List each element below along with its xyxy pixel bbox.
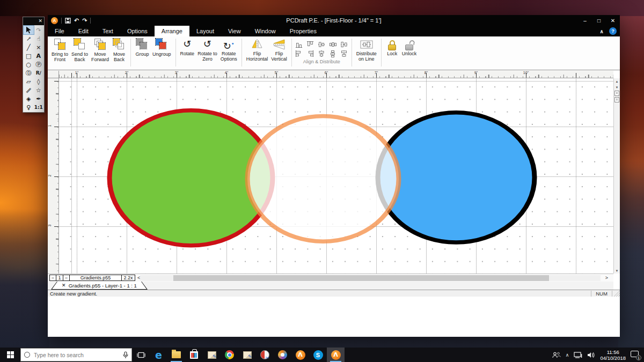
- taskbar-pcdraft[interactable]: Λ: [291, 348, 309, 362]
- tool-text[interactable]: A: [34, 51, 44, 60]
- tool-rotate[interactable]: ↷: [34, 26, 44, 34]
- move-forward-button[interactable]: MoveForward: [90, 38, 111, 63]
- menu-window[interactable]: Window: [248, 26, 283, 36]
- taskbar-pcdraft-active[interactable]: Λ: [327, 348, 345, 362]
- action-center-button[interactable]: 1: [631, 351, 640, 359]
- drawing-canvas[interactable]: [59, 78, 613, 274]
- tool-rotated-rect[interactable]: R∕: [34, 69, 44, 77]
- page-name[interactable]: Gradients.p55: [69, 275, 122, 281]
- menu-edit[interactable]: Edit: [71, 26, 96, 36]
- close-button[interactable]: ✕: [606, 15, 620, 26]
- tool-lamp[interactable]: ♀: [24, 103, 34, 112]
- tray-clock[interactable]: 11:56 04/10/2018: [600, 349, 626, 361]
- taskbar-draft-doc-app-2[interactable]: ✎: [238, 348, 256, 362]
- menu-view[interactable]: View: [221, 26, 248, 36]
- align-top-button[interactable]: [306, 40, 315, 48]
- lock-button[interactable]: Lock: [384, 38, 400, 57]
- palette-close-icon[interactable]: ✕: [38, 19, 42, 24]
- tool-pan[interactable]: ☝: [34, 34, 44, 43]
- tool-dimension[interactable]: Ⓓ: [24, 69, 34, 77]
- tool-parallel-polygon[interactable]: Ⓟ: [34, 60, 44, 69]
- window-titlebar[interactable]: Λ ↶ ↷ PCDraft P.E. - [First-Floor - 1/4"…: [48, 15, 620, 26]
- distribute-vertical-button[interactable]: [328, 49, 338, 57]
- page-down-icon[interactable]: [614, 97, 619, 102]
- tab-close-icon[interactable]: ✕: [62, 283, 66, 288]
- align-bottom-button[interactable]: [295, 40, 304, 48]
- tool-eyedropper[interactable]: ✒: [34, 94, 44, 103]
- move-back-button[interactable]: MoveBack: [111, 38, 128, 63]
- scroll-down-bottom-icon[interactable]: ▼: [614, 268, 620, 274]
- rotate-to-zero-button[interactable]: ↺ Rotate toZero: [196, 38, 219, 62]
- search-input[interactable]: [34, 352, 119, 358]
- task-view-button[interactable]: [132, 348, 150, 362]
- minimize-button[interactable]: –: [578, 15, 592, 26]
- tool-freeform[interactable]: ◊: [34, 77, 44, 86]
- flip-horizontal-button[interactable]: FlipHorizontal: [245, 38, 270, 62]
- volume-icon[interactable]: [587, 352, 595, 358]
- taskbar-palette-app[interactable]: [274, 348, 291, 362]
- taskbar-file-explorer[interactable]: [167, 348, 185, 362]
- taskbar-disc-app[interactable]: [256, 348, 274, 362]
- taskbar-chrome[interactable]: [221, 348, 238, 362]
- scroll-right-icon[interactable]: >: [605, 274, 608, 282]
- tool-reshape[interactable]: ⊸: [24, 34, 34, 43]
- rotate-options-button[interactable]: ↻• RotateOptions: [219, 38, 239, 62]
- tool-polygon[interactable]: ▱: [24, 77, 34, 86]
- align-right-button[interactable]: [306, 49, 315, 57]
- orange-circle[interactable]: [247, 116, 399, 241]
- collapse-ribbon-icon[interactable]: ∧: [599, 28, 604, 34]
- distribute-horizontal-button[interactable]: [328, 40, 338, 48]
- menu-file[interactable]: File: [48, 26, 71, 36]
- tool-ellipse[interactable]: ○: [24, 60, 34, 69]
- app-logo-icon[interactable]: Λ: [51, 17, 58, 24]
- ungroup-button[interactable]: Ungroup: [151, 38, 173, 57]
- zoom-level[interactable]: 2.2x: [121, 275, 135, 281]
- menu-text[interactable]: Text: [96, 26, 120, 36]
- group-button[interactable]: Group: [134, 38, 151, 57]
- distribute-spacing-vertical-button[interactable]: [340, 49, 349, 57]
- tool-pointer[interactable]: [24, 26, 34, 34]
- horizontal-scroll-track[interactable]: [140, 275, 601, 281]
- taskbar-search[interactable]: [20, 348, 132, 361]
- maximize-button[interactable]: □: [592, 15, 606, 26]
- microphone-icon[interactable]: [123, 351, 128, 359]
- network-icon[interactable]: [574, 352, 582, 358]
- horizontal-scroll-thumb[interactable]: [173, 275, 549, 281]
- taskbar-store[interactable]: [185, 348, 203, 362]
- scroll-up-icon[interactable]: ▲: [614, 78, 620, 84]
- distribute-spacing-horizontal-button[interactable]: [340, 40, 349, 48]
- page-up-icon[interactable]: [614, 91, 619, 96]
- menu-options[interactable]: Options: [120, 26, 155, 36]
- blue-circle[interactable]: [378, 113, 535, 242]
- layer-tab[interactable]: ✕ Gradients.p55 - Layer-1 - 1 : 1: [52, 282, 147, 289]
- menu-properties[interactable]: Properties: [283, 26, 324, 36]
- align-center-button[interactable]: [317, 49, 326, 57]
- align-middle-button[interactable]: [317, 40, 326, 48]
- tool-symbol[interactable]: ◈: [24, 94, 34, 103]
- tool-line[interactable]: ╱: [24, 43, 34, 51]
- unlock-button[interactable]: Unlock: [400, 38, 419, 57]
- tool-rectangle[interactable]: □: [24, 51, 34, 60]
- help-icon[interactable]: ?: [609, 27, 617, 35]
- align-left-button[interactable]: [295, 49, 304, 57]
- tool-star[interactable]: ☆: [34, 86, 44, 94]
- vertical-scrollbar[interactable]: ▲ ▼ ▼: [613, 78, 620, 274]
- start-button[interactable]: [0, 348, 20, 362]
- rotate-button[interactable]: ↺ Rotate: [179, 38, 196, 57]
- bring-to-front-button[interactable]: Bring toFront: [50, 38, 70, 63]
- people-icon[interactable]: [552, 352, 561, 358]
- redo-icon[interactable]: ↷: [82, 18, 87, 24]
- send-to-back-button[interactable]: Send toBack: [70, 38, 90, 63]
- flip-vertical-button[interactable]: FlipVertical: [269, 38, 289, 62]
- taskbar-skype[interactable]: S: [309, 348, 327, 362]
- taskbar-edge[interactable]: e: [150, 348, 167, 362]
- resize-grip[interactable]: [612, 290, 620, 297]
- taskbar-draft-doc-app[interactable]: ✎: [203, 348, 221, 362]
- tray-expand-icon[interactable]: ∧: [566, 352, 569, 358]
- undo-icon[interactable]: ↶: [74, 18, 79, 24]
- tool-parallel-lines[interactable]: ∥: [24, 86, 34, 94]
- tool-multiline[interactable]: ×: [34, 43, 44, 51]
- distribute-on-line-button[interactable]: Distributeon Line: [355, 38, 378, 62]
- scroll-down-icon[interactable]: ▼: [614, 84, 620, 90]
- tool-scale-1-1[interactable]: 1:1: [34, 103, 44, 112]
